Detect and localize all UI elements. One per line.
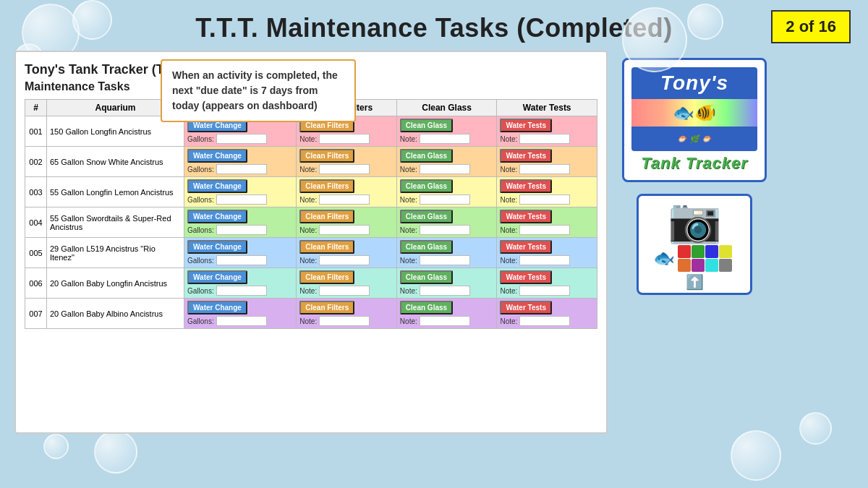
water-change-btn[interactable]: Water Change (187, 149, 247, 163)
bubble-decoration (687, 4, 723, 40)
gallons-input[interactable] (216, 134, 267, 144)
row-water-tests-007: Water Tests Note: (497, 299, 597, 329)
bubble-decoration (731, 430, 781, 481)
maintenance-table: # Aquarium Water Change Clean Filters Cl… (25, 99, 597, 329)
gallons-input[interactable] (216, 286, 267, 296)
gallons-label: Gallons: (187, 257, 214, 265)
water-tests-btn[interactable]: Water Tests (500, 179, 552, 193)
clean-glass-btn[interactable]: Clean Glass (400, 210, 453, 223)
note-label-wt: Note: (500, 196, 517, 204)
water-tests-btn[interactable]: Water Tests (500, 119, 552, 132)
row-water-tests-001: Water Tests Note: (497, 116, 597, 147)
logo-box: Tony's 🐟🐠 🐡 🌿 🐡 Tank Tracker (622, 58, 767, 182)
note-input-cf[interactable] (319, 316, 370, 326)
note-label-cg: Note: (400, 257, 417, 265)
clean-filters-btn[interactable]: Clean Filters (299, 179, 354, 193)
note-input-wt[interactable] (519, 134, 570, 144)
water-change-btn[interactable]: Water Change (187, 179, 247, 193)
note-input-cf[interactable] (319, 194, 370, 205)
note-input-wt[interactable] (519, 255, 570, 265)
row-name-006: 20 Gallon Baby Longfin Ancistrus (47, 268, 184, 299)
swatch-cyan (705, 259, 718, 272)
water-tests-btn[interactable]: Water Tests (500, 301, 552, 314)
bubble-decoration (622, 7, 687, 72)
note-input-cg[interactable] (420, 134, 470, 144)
note-label-wt: Note: (500, 166, 517, 174)
row-clean-glass-004: Clean Glass Note: (396, 207, 497, 238)
gallons-label: Gallons: (187, 135, 214, 143)
note-input-cg[interactable] (420, 225, 470, 235)
row-clean-glass-007: Clean Glass Note: (396, 299, 497, 329)
clean-filters-btn[interactable]: Clean Filters (299, 301, 354, 314)
table-row: 00355 Gallon Longfin Lemon Ancistrus Wat… (25, 177, 597, 207)
water-change-btn[interactable]: Water Change (187, 210, 247, 223)
clean-glass-btn[interactable]: Clean Glass (400, 301, 453, 314)
water-change-btn[interactable]: Water Change (187, 301, 247, 314)
gallons-input[interactable] (216, 194, 267, 205)
note-input-cg[interactable] (420, 194, 470, 205)
clean-glass-btn[interactable]: Clean Glass (400, 240, 453, 254)
note-input-cf[interactable] (319, 255, 370, 265)
swatch-orange (678, 259, 691, 272)
row-clean-filters-003: Clean Filters Note: (297, 177, 397, 207)
note-label-cf: Note: (299, 226, 317, 234)
clean-glass-btn[interactable]: Clean Glass (400, 119, 453, 132)
note-input-cg[interactable] (420, 286, 470, 296)
clean-filters-btn[interactable]: Clean Filters (299, 270, 354, 284)
note-input-cg[interactable] (420, 164, 470, 174)
note-input-cg[interactable] (420, 255, 470, 265)
bubble-decoration (43, 434, 69, 459)
note-input-cf[interactable] (319, 134, 370, 144)
note-input-cg[interactable] (420, 316, 470, 326)
note-label-wt: Note: (500, 226, 517, 234)
note-input-cf[interactable] (319, 225, 370, 235)
swatch-gray (719, 259, 732, 272)
note-label-cf: Note: (299, 196, 317, 204)
camera-emoji: 📷 (668, 199, 722, 242)
clean-glass-btn[interactable]: Clean Glass (400, 270, 453, 284)
water-tests-btn[interactable]: Water Tests (500, 270, 552, 284)
row-num-002: 002 (25, 147, 47, 177)
note-input-cf[interactable] (319, 286, 370, 296)
row-name-003: 55 Gallon Longfin Lemon Ancistrus (47, 177, 184, 207)
clean-filters-btn[interactable]: Clean Filters (299, 240, 354, 254)
row-clean-filters-005: Clean Filters Note: (297, 238, 397, 268)
note-label-wt: Note: (500, 287, 517, 295)
logo-fish-bar: 🐟🐠 (631, 99, 757, 127)
note-label-cg: Note: (400, 196, 417, 204)
note-input-cf[interactable] (319, 164, 370, 174)
gallons-label: Gallons: (187, 196, 214, 204)
water-tests-btn[interactable]: Water Tests (500, 210, 552, 223)
bubble-decoration (94, 430, 137, 474)
row-name-005: 29 Gallon L519 Ancistrus "Rio Itenez" (47, 238, 184, 268)
water-tests-btn[interactable]: Water Tests (500, 149, 552, 163)
note-label-cf: Note: (299, 257, 317, 265)
main-panel: When an activity is completed, the next … (14, 51, 608, 434)
row-name-004: 55 Gallon Swordtails & Super-Red Ancistr… (47, 207, 184, 238)
col-header-clean-glass: Clean Glass (396, 100, 497, 116)
gallons-input[interactable] (216, 164, 267, 174)
note-label-cg: Note: (400, 135, 417, 143)
water-change-btn[interactable]: Water Change (187, 270, 247, 284)
water-change-btn[interactable]: Water Change (187, 240, 247, 254)
row-clean-filters-006: Clean Filters Note: (297, 268, 397, 299)
row-water-tests-002: Water Tests Note: (497, 147, 597, 177)
gallons-input[interactable] (216, 255, 267, 265)
clean-glass-btn[interactable]: Clean Glass (400, 149, 453, 163)
clean-filters-btn[interactable]: Clean Filters (299, 149, 354, 163)
clean-glass-btn[interactable]: Clean Glass (400, 179, 453, 193)
water-tests-btn[interactable]: Water Tests (500, 240, 552, 254)
note-label-wt: Note: (500, 317, 517, 325)
row-name-007: 20 Gallon Baby Albino Ancistrus (47, 299, 184, 329)
note-input-wt[interactable] (519, 225, 570, 235)
row-water-change-005: Water Change Gallons: (184, 238, 297, 268)
gallons-input[interactable] (216, 316, 267, 326)
gallons-label: Gallons: (187, 166, 214, 174)
note-input-wt[interactable] (519, 194, 570, 205)
note-input-wt[interactable] (519, 164, 570, 174)
clean-filters-btn[interactable]: Clean Filters (299, 210, 354, 223)
note-input-wt[interactable] (519, 286, 570, 296)
gallons-input[interactable] (216, 225, 267, 235)
gallons-label: Gallons: (187, 287, 214, 295)
note-input-wt[interactable] (519, 316, 570, 326)
